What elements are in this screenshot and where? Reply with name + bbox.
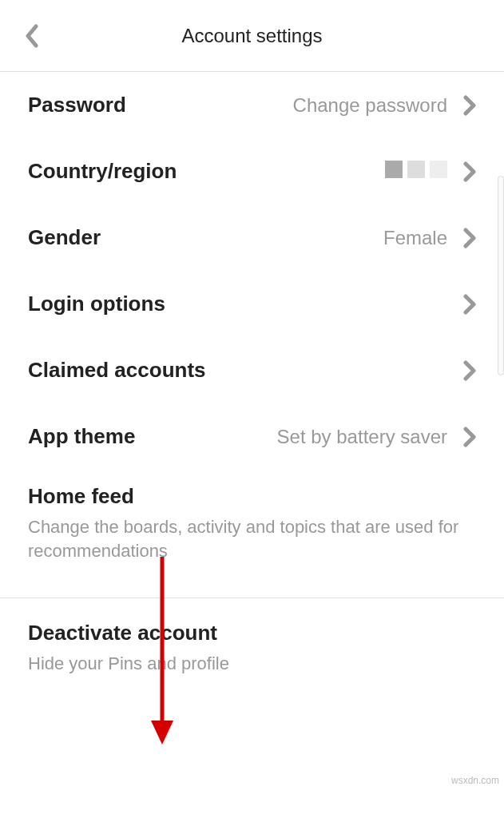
setting-label: Country/region [28, 159, 385, 184]
setting-item-login-options[interactable]: Login options [0, 271, 504, 337]
setting-label: Password [28, 93, 293, 117]
section-title: Home feed [28, 484, 476, 509]
setting-value: Female [383, 227, 447, 249]
scrollbar[interactable] [498, 176, 504, 375]
setting-value: Change password [293, 94, 447, 117]
page-title: Account settings [44, 25, 460, 47]
setting-value: Set by battery saver [277, 426, 447, 448]
section-desc: Change the boards, activity and topics t… [28, 515, 476, 562]
watermark: wsxdn.com [451, 775, 499, 786]
setting-item-deactivate[interactable]: Deactivate account Hide your Pins and pr… [0, 606, 504, 695]
header: Account settings [0, 0, 504, 72]
divider [0, 598, 504, 598]
chevron-right-icon [463, 294, 476, 315]
chevron-right-icon [463, 161, 476, 182]
chevron-right-icon [463, 427, 476, 447]
setting-label: Claimed accounts [28, 358, 463, 383]
section-desc: Hide your Pins and profile [28, 652, 476, 676]
section-title: Deactivate account [28, 621, 476, 645]
chevron-right-icon [463, 228, 476, 248]
setting-item-gender[interactable]: Gender Female [0, 204, 504, 271]
setting-item-claimed-accounts[interactable]: Claimed accounts [0, 337, 504, 403]
setting-label: Login options [28, 292, 463, 316]
setting-label: App theme [28, 424, 277, 449]
back-chevron-icon [24, 24, 40, 48]
setting-label: Gender [28, 225, 383, 250]
chevron-right-icon [463, 95, 476, 116]
svg-marker-1 [151, 721, 173, 745]
chevron-right-icon [463, 360, 476, 381]
setting-value-redacted [385, 161, 447, 183]
settings-list: Password Change password Country/region … [0, 72, 504, 695]
setting-item-app-theme[interactable]: App theme Set by battery saver [0, 403, 504, 470]
setting-item-home-feed[interactable]: Home feed Change the boards, activity an… [0, 470, 504, 582]
setting-item-password[interactable]: Password Change password [0, 72, 504, 138]
redacted-block [385, 161, 447, 178]
setting-item-country[interactable]: Country/region [0, 138, 504, 204]
back-button[interactable] [20, 24, 44, 48]
